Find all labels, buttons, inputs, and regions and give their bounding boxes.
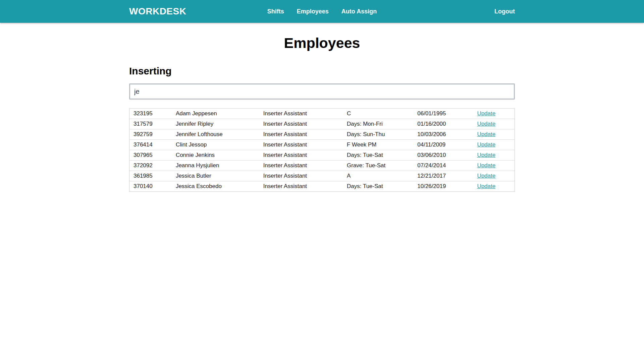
employee-id-cell: 392759 — [129, 129, 172, 140]
update-link[interactable]: Update — [477, 183, 495, 189]
employee-name-cell: Jeanna Hysjulien — [172, 161, 259, 171]
employee-id-cell: 370140 — [129, 181, 172, 192]
employee-name-cell: Jessica Escobedo — [172, 181, 259, 192]
employee-action-cell: Update — [473, 140, 515, 150]
employee-name-cell: Jennifer Lofthouse — [172, 129, 259, 140]
employee-position-cell: Inserter Assistant — [259, 161, 343, 171]
update-link[interactable]: Update — [477, 141, 495, 148]
employee-position-cell: Inserter Assistant — [259, 129, 343, 140]
employee-action-cell: Update — [473, 109, 515, 119]
update-link[interactable]: Update — [477, 173, 495, 179]
employee-date-cell: 07/24/2014 — [413, 161, 473, 171]
employee-id-cell: 361985 — [129, 171, 172, 181]
employee-date-cell: 04/11/2009 — [413, 140, 473, 150]
table-row: 392759 Jennifer Lofthouse Inserter Assis… — [129, 129, 515, 140]
employee-action-cell: Update — [473, 150, 515, 161]
employee-action-cell: Update — [473, 161, 515, 171]
nav-item-employees[interactable]: Employees — [297, 8, 329, 15]
employee-name-cell: Jennifer Ripley — [172, 119, 259, 129]
employee-date-cell: 01/16/2000 — [413, 119, 473, 129]
employee-shift-cell: Days: Sun-Thu — [343, 129, 413, 140]
update-link[interactable]: Update — [477, 131, 495, 137]
nav-item-shifts[interactable]: Shifts — [267, 8, 284, 15]
employee-name-cell: Connie Jenkins — [172, 150, 259, 161]
employee-shift-cell: Days: Tue-Sat — [343, 181, 413, 192]
table-row: 376414 Clint Jessop Inserter Assistant F… — [129, 140, 515, 150]
header-container: WORKDESK Shifts Employees Auto Assign Lo… — [129, 0, 515, 23]
employee-position-cell: Inserter Assistant — [259, 181, 343, 192]
employee-id-cell: 372092 — [129, 161, 172, 171]
nav-item-auto-assign[interactable]: Auto Assign — [341, 8, 377, 15]
employee-shift-cell: Grave: Tue-Sat — [343, 161, 413, 171]
employee-action-cell: Update — [473, 171, 515, 181]
table-row: 323195 Adam Jeppesen Inserter Assistant … — [129, 109, 515, 119]
table-body: 323195 Adam Jeppesen Inserter Assistant … — [129, 109, 515, 192]
table-row: 361985 Jessica Butler Inserter Assistant… — [129, 171, 515, 181]
employee-position-cell: Inserter Assistant — [259, 171, 343, 181]
employee-position-cell: Inserter Assistant — [259, 119, 343, 129]
employee-position-cell: Inserter Assistant — [259, 150, 343, 161]
employee-id-cell: 307965 — [129, 150, 172, 161]
app-header: WORKDESK Shifts Employees Auto Assign Lo… — [0, 0, 644, 23]
table-row: 372092 Jeanna Hysjulien Inserter Assista… — [129, 161, 515, 171]
employee-id-cell: 323195 — [129, 109, 172, 119]
main-content: Employees Inserting 323195 Adam Jeppesen… — [129, 35, 515, 192]
employee-position-cell: Inserter Assistant — [259, 140, 343, 150]
employee-date-cell: 12/21/2017 — [413, 171, 473, 181]
employees-table: 323195 Adam Jeppesen Inserter Assistant … — [129, 108, 515, 192]
employee-date-cell: 10/26/2019 — [413, 181, 473, 192]
employee-action-cell: Update — [473, 119, 515, 129]
employee-id-cell: 317579 — [129, 119, 172, 129]
employee-name-cell: Jessica Butler — [172, 171, 259, 181]
update-link[interactable]: Update — [477, 121, 495, 127]
employee-name-cell: Adam Jeppesen — [172, 109, 259, 119]
main-nav: Shifts Employees Auto Assign — [267, 0, 377, 23]
page-title: Employees — [129, 35, 515, 51]
update-link[interactable]: Update — [477, 110, 495, 117]
employee-id-cell: 376414 — [129, 140, 172, 150]
employee-shift-cell: Days: Tue-Sat — [343, 150, 413, 161]
brand-logo[interactable]: WORKDESK — [129, 6, 186, 17]
employee-date-cell: 10/03/2006 — [413, 129, 473, 140]
employee-date-cell: 03/06/2010 — [413, 150, 473, 161]
update-link[interactable]: Update — [477, 162, 495, 169]
table-row: 317579 Jennifer Ripley Inserter Assistan… — [129, 119, 515, 129]
employee-position-cell: Inserter Assistant — [259, 109, 343, 119]
update-link[interactable]: Update — [477, 152, 495, 158]
employee-shift-cell: C — [343, 109, 413, 119]
logout-button[interactable]: Logout — [494, 8, 515, 15]
employee-shift-cell: Days: Mon-Fri — [343, 119, 413, 129]
section-title: Inserting — [129, 65, 515, 77]
employee-date-cell: 06/01/1995 — [413, 109, 473, 119]
employee-action-cell: Update — [473, 129, 515, 140]
employee-action-cell: Update — [473, 181, 515, 192]
table-row: 307965 Connie Jenkins Inserter Assistant… — [129, 150, 515, 161]
table-row: 370140 Jessica Escobedo Inserter Assista… — [129, 181, 515, 192]
employee-name-cell: Clint Jessop — [172, 140, 259, 150]
employee-shift-cell: A — [343, 171, 413, 181]
employee-filter-input[interactable] — [129, 83, 515, 100]
employee-shift-cell: F Week PM — [343, 140, 413, 150]
